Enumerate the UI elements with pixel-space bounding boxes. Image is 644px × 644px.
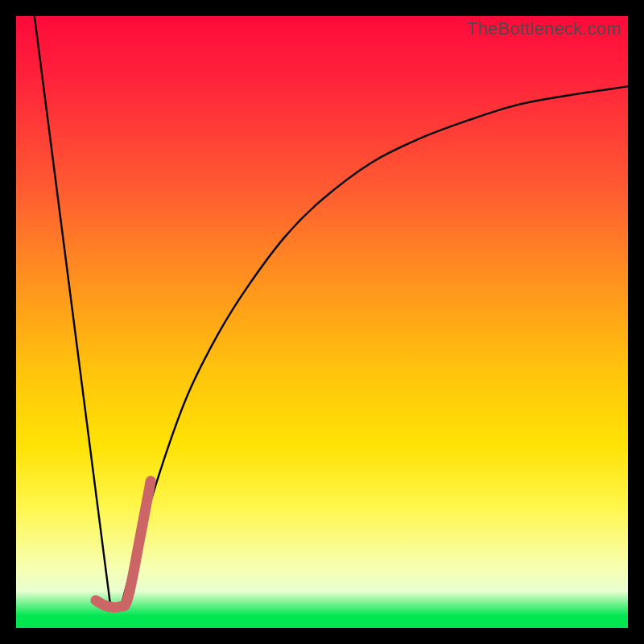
chart-plot-area: TheBottleneck.com (16, 16, 628, 628)
left-line-path (35, 16, 111, 609)
accent-hook-path (96, 481, 151, 608)
chart-curves-svg (16, 16, 628, 628)
chart-frame: TheBottleneck.com (0, 0, 644, 644)
right-curve-path (120, 86, 628, 609)
